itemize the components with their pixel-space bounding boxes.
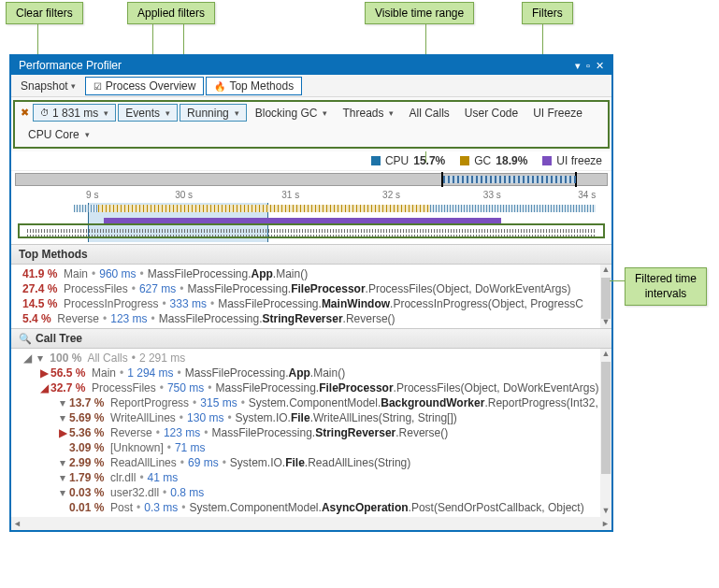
callout-visible-time-range: Visible time range [365, 2, 474, 24]
tree-row[interactable]: 0.01 % Post•0.3 ms•System.ComponentModel… [15, 500, 598, 515]
callout-applied-filters: Applied filters [127, 2, 215, 24]
stat-gc: GC 18.9% [460, 154, 527, 167]
uifreeze-swatch-icon [542, 156, 552, 165]
timeline-ticks: 9 s 30 s 31 s 32 s 33 s 34 s [15, 190, 608, 203]
scroll-up-icon[interactable]: ▲ [600, 265, 611, 276]
annotation-layer: Clear filters Applied filters Visible ti… [0, 0, 719, 54]
toolbar: Snapshot Process Overview Top Methods [11, 75, 611, 97]
stats-row: CPU 15.7% GC 18.9% UI freeze [11, 151, 611, 171]
filter-events[interactable]: Events [118, 104, 178, 122]
filters-box: ✖ ⏱1 831 ms Events Running Blocking GC T… [13, 100, 610, 149]
callout-clear-filters: Clear filters [6, 2, 83, 24]
filter-threads[interactable]: Threads [336, 104, 400, 122]
filter-all-calls[interactable]: All Calls [402, 104, 455, 122]
scrollbar-vertical[interactable]: ▲ ▼ [600, 265, 611, 328]
tree-root[interactable]: ◢▾ 100 % All Calls•2 291 ms [15, 351, 598, 366]
tree-row[interactable]: ▾5.69 % WriteAllLines•130 ms•System.IO.F… [15, 410, 598, 425]
timeline-body [15, 203, 608, 242]
section-call-tree: Call Tree [11, 328, 611, 349]
scroll-down-icon[interactable]: ▼ [600, 506, 611, 517]
call-tree: ◢▾ 100 % All Calls•2 291 ms ▶56.5 % Main… [11, 349, 611, 517]
top-method-row[interactable]: 27.4 % ProcessFiles•627 ms•MassFileProce… [15, 281, 598, 296]
window-menu-icon[interactable]: ▾ [575, 60, 581, 72]
top-methods-list: 41.9 % Main•960 ms•MassFileProcessing.Ap… [11, 265, 611, 328]
callout-filtered-intervals: Filtered timeintervals [625, 267, 707, 306]
window-pin-icon[interactable]: ▫ [586, 60, 590, 71]
tree-row[interactable]: ▶56.5 % Main•1 294 ms•MassFileProcessing… [15, 366, 598, 380]
ui-freeze-bar [104, 218, 501, 223]
callout-filters: Filters [522, 2, 573, 24]
scroll-thumb[interactable] [601, 362, 611, 474]
filter-user-code[interactable]: User Code [458, 104, 525, 122]
filters-row: ✖ ⏱1 831 ms Events Running Blocking GC T… [11, 97, 611, 151]
scroll-up-icon[interactable]: ▲ [600, 349, 611, 360]
filter-ui-freeze[interactable]: UI Freeze [526, 104, 589, 122]
section-top-methods: Top Methods [11, 244, 611, 265]
scroll-down-icon[interactable]: ▼ [600, 317, 611, 328]
filter-cpu-core[interactable]: CPU Core [22, 125, 96, 143]
tree-row[interactable]: ▶5.36 % Reverse•123 ms•MassFileProcessin… [15, 425, 598, 440]
tab-process-overview[interactable]: Process Overview [85, 77, 205, 95]
tree-row[interactable]: ▾13.7 % ReportProgress•315 ms•System.Com… [15, 395, 598, 410]
snapshot-dropdown[interactable]: Snapshot [13, 77, 83, 95]
scroll-thumb[interactable] [601, 278, 611, 319]
gc-swatch-icon [460, 156, 469, 165]
fire-icon [214, 79, 225, 93]
overview-bar[interactable] [15, 173, 608, 186]
tab-top-methods[interactable]: Top Methods [206, 77, 302, 95]
cpu-swatch-icon [371, 156, 381, 165]
window-titlebar: Performance Profiler ▾ ▫ ✕ [11, 56, 611, 75]
window-close-icon[interactable]: ✕ [596, 60, 604, 72]
process-icon [93, 79, 102, 93]
timeline[interactable]: 9 s 30 s 31 s 32 s 33 s 34 s [15, 190, 608, 242]
scroll-right-icon[interactable]: ► [601, 519, 610, 528]
tree-row[interactable]: ◢32.7 % ProcessFiles•750 ms•MassFileProc… [15, 380, 598, 395]
stat-uifreeze: UI freeze [542, 154, 602, 167]
tree-row[interactable]: ▾1.79 % clr.dll•41 ms [15, 470, 598, 485]
profiler-window: Performance Profiler ▾ ▫ ✕ Snapshot Proc… [9, 54, 613, 532]
tree-row[interactable]: ▾2.99 % ReadAllLines•69 ms•System.IO.Fil… [15, 455, 598, 470]
tree-row[interactable]: 3.09 % [Unknown]•71 ms [15, 440, 598, 455]
filter-duration[interactable]: ⏱1 831 ms [33, 104, 116, 122]
top-method-row[interactable]: 41.9 % Main•960 ms•MassFileProcessing.Ap… [15, 266, 598, 281]
clear-filters-button[interactable]: ✖ [21, 107, 29, 119]
filter-running[interactable]: Running [180, 104, 247, 122]
window-title: Performance Profiler [19, 59, 122, 72]
top-method-row[interactable]: 14.5 % ProcessInProgress•333 ms•MassFile… [15, 296, 598, 311]
stat-cpu: CPU 15.7% [371, 154, 445, 167]
scroll-left-icon[interactable]: ◄ [13, 519, 22, 528]
top-method-row[interactable]: 5.4 % Reverse•123 ms•MassFileProcessing.… [15, 311, 598, 326]
tree-row[interactable]: ▾0.03 % user32.dll•0.8 ms [15, 485, 598, 500]
search-icon[interactable] [19, 332, 36, 345]
scrollbar-vertical[interactable]: ▲ ▼ [600, 349, 611, 517]
filter-blocking-gc[interactable]: Blocking GC [249, 104, 335, 122]
scrollbar-horizontal[interactable]: ◄ ► [11, 517, 611, 530]
